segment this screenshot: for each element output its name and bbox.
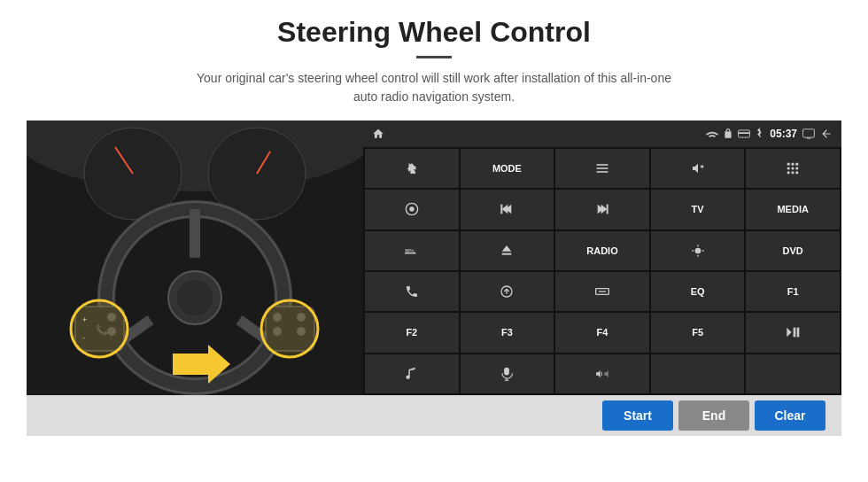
clear-button[interactable]: Clear (755, 400, 825, 431)
status-time: 05:37 (770, 128, 797, 140)
bluetooth-icon (756, 128, 764, 140)
btn-list[interactable] (555, 149, 649, 188)
svg-point-44 (787, 171, 790, 174)
btn-360[interactable]: 360 (365, 231, 459, 270)
btn-prev[interactable] (461, 190, 554, 229)
svg-point-48 (410, 207, 414, 211)
btn-circle-arrow[interactable] (461, 272, 554, 311)
svg-rect-72 (504, 368, 509, 376)
svg-rect-57 (407, 250, 413, 253)
btn-empty-1[interactable] (651, 354, 745, 393)
btn-empty-2[interactable] (746, 354, 840, 393)
svg-point-43 (795, 167, 798, 170)
title-divider (416, 56, 452, 58)
btn-vol-control[interactable] (555, 354, 649, 393)
btn-media[interactable]: MEDIA (746, 190, 840, 229)
svg-rect-54 (607, 205, 608, 214)
svg-point-27 (261, 300, 318, 357)
svg-rect-59 (502, 253, 512, 254)
btn-settings[interactable] (365, 190, 459, 229)
svg-rect-51 (501, 205, 503, 214)
svg-point-26 (71, 300, 128, 357)
btn-brightness[interactable] (651, 231, 745, 270)
btn-next[interactable] (555, 190, 649, 229)
btn-mic[interactable] (461, 354, 554, 393)
button-grid: MODE (363, 147, 841, 395)
svg-marker-58 (502, 245, 512, 252)
btn-radio[interactable]: RADIO (555, 231, 649, 270)
btn-grid[interactable] (746, 149, 840, 188)
btn-play-pause[interactable] (746, 313, 840, 352)
screen-icon (802, 128, 815, 139)
svg-point-60 (694, 247, 701, 253)
svg-point-40 (795, 163, 798, 166)
svg-rect-31 (803, 129, 815, 137)
status-bar: 05:37 (363, 120, 841, 147)
bottom-action-bar: Start End Clear (27, 395, 841, 436)
btn-music[interactable] (365, 354, 459, 393)
btn-f3[interactable]: F3 (461, 313, 554, 352)
page-subtitle: Your original car's steering wheel contr… (197, 69, 671, 106)
btn-eject[interactable] (461, 231, 554, 270)
svg-point-14 (177, 280, 213, 315)
btn-f4[interactable]: F4 (555, 313, 649, 352)
btn-phone[interactable] (365, 272, 459, 311)
btn-minus-rect[interactable] (555, 272, 649, 311)
start-button[interactable]: Start (602, 400, 673, 431)
back-icon (820, 128, 833, 140)
page-title: Steering Wheel Control (277, 16, 591, 49)
status-left (372, 128, 384, 140)
svg-point-39 (792, 163, 794, 166)
card-icon (738, 129, 750, 138)
content-row: + - 📞 (27, 120, 841, 395)
lock-icon (724, 128, 732, 139)
svg-point-46 (795, 171, 798, 174)
steering-wheel-image: + - 📞 (27, 120, 363, 395)
btn-eq[interactable]: EQ (651, 272, 745, 311)
btn-mode[interactable]: MODE (461, 149, 554, 188)
wifi-icon (706, 129, 718, 138)
svg-rect-70 (794, 328, 796, 338)
radio-panel: 05:37 MODE (363, 120, 841, 395)
home-icon (372, 128, 384, 140)
btn-nav-arrow[interactable] (365, 149, 459, 188)
svg-point-38 (787, 163, 790, 166)
status-right: 05:37 (706, 128, 833, 140)
svg-point-45 (792, 171, 794, 174)
btn-vol-mute[interactable] (651, 149, 745, 188)
btn-f1[interactable]: F1 (746, 272, 840, 311)
svg-point-42 (792, 167, 794, 170)
end-button[interactable]: End (678, 400, 749, 431)
svg-rect-30 (739, 132, 750, 134)
btn-f2[interactable]: F2 (365, 313, 459, 352)
btn-f5[interactable]: F5 (651, 313, 745, 352)
svg-rect-71 (797, 328, 800, 338)
btn-dvd[interactable]: DVD (746, 231, 840, 270)
svg-point-41 (787, 167, 790, 170)
svg-marker-69 (787, 328, 792, 338)
btn-tv[interactable]: TV (651, 190, 745, 229)
